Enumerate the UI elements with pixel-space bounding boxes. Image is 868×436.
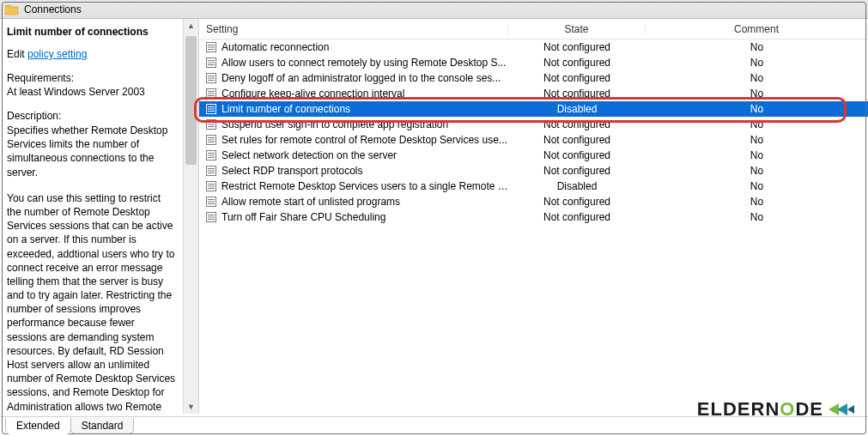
table-row[interactable]: Set rules for remote control of Remote D… — [199, 132, 868, 148]
watermark-logo: ELDERNODE — [697, 398, 856, 421]
setting-comment: No — [646, 180, 868, 192]
rows-container: Automatic reconnectionNot configuredNoAl… — [199, 39, 868, 225]
setting-name: Limit number of connections — [218, 103, 350, 115]
settings-list-pane: ▲ ▼ Setting State Comment Automatic reco… — [184, 19, 868, 414]
policy-icon — [204, 118, 218, 130]
policy-icon — [204, 134, 218, 146]
setting-state: Not configured — [508, 118, 646, 130]
edit-prefix: Edit — [7, 48, 27, 60]
setting-comment: No — [646, 211, 868, 223]
setting-comment: No — [646, 165, 868, 177]
setting-name: Allow users to connect remotely by using… — [218, 57, 506, 69]
requirements-label: Requirements: — [7, 72, 176, 84]
policy-icon — [204, 180, 218, 192]
setting-state: Not configured — [508, 149, 646, 161]
table-row[interactable]: Deny logoff of an administrator logged i… — [199, 70, 868, 86]
setting-state: Not configured — [508, 88, 646, 100]
folder-icon — [5, 3, 19, 15]
table-row[interactable]: Select RDP transport protocolsNot config… — [199, 163, 868, 179]
column-header-setting[interactable]: Setting — [199, 23, 508, 35]
table-row[interactable]: Automatic reconnectionNot configuredNo — [199, 39, 868, 55]
policy-icon — [204, 103, 218, 115]
policy-icon — [204, 165, 218, 177]
setting-comment: No — [646, 149, 868, 161]
policy-icon — [204, 196, 218, 208]
setting-comment: No — [646, 118, 868, 130]
column-header-state[interactable]: State — [508, 23, 646, 35]
window-title: Connections — [24, 3, 82, 15]
policy-icon — [204, 211, 218, 223]
tab-standard[interactable]: Standard — [70, 418, 135, 434]
table-row[interactable]: Limit number of connectionsDisabledNo — [199, 101, 868, 117]
setting-state: Not configured — [508, 134, 646, 146]
tab-extended[interactable]: Extended — [5, 418, 71, 434]
scrollbar[interactable]: ▲ ▼ — [184, 19, 199, 414]
description-para: Specifies whether Remote Desktop Service… — [7, 124, 176, 179]
setting-state: Not configured — [508, 211, 646, 223]
setting-comment: No — [646, 196, 868, 208]
setting-state: Not configured — [508, 165, 646, 177]
selected-policy-title: Limit number of connections — [7, 26, 176, 38]
policy-icon — [204, 41, 218, 53]
table-row[interactable]: Turn off Fair Share CPU SchedulingNot co… — [199, 209, 868, 225]
setting-state: Disabled — [508, 180, 646, 192]
details-pane: Limit number of connections Edit policy … — [0, 19, 184, 414]
setting-name: Deny logoff of an administrator logged i… — [218, 72, 501, 84]
column-header-comment[interactable]: Comment — [646, 23, 868, 35]
scroll-down-arrow[interactable]: ▼ — [184, 400, 198, 414]
edit-policy-link[interactable]: policy setting — [27, 48, 87, 60]
setting-name: Set rules for remote control of Remote D… — [218, 134, 507, 146]
table-row[interactable]: Allow users to connect remotely by using… — [199, 55, 868, 70]
column-header-row: Setting State Comment — [199, 19, 868, 39]
table-row[interactable]: Configure keep-alive connection interval… — [199, 86, 868, 101]
setting-comment: No — [646, 72, 868, 84]
table-row[interactable]: Restrict Remote Desktop Services users t… — [199, 179, 868, 194]
setting-state: Not configured — [508, 72, 646, 84]
setting-name: Restrict Remote Desktop Services users t… — [218, 180, 508, 192]
setting-name: Select network detection on the server — [218, 149, 397, 161]
table-row[interactable]: Allow remote start of unlisted programsN… — [199, 194, 868, 209]
setting-comment: No — [646, 103, 868, 115]
setting-name: Suspend user sign-in to complete app reg… — [218, 118, 448, 130]
setting-name: Select RDP transport protocols — [218, 165, 363, 177]
setting-comment: No — [646, 88, 868, 100]
policy-icon — [204, 88, 218, 100]
setting-state: Not configured — [508, 196, 646, 208]
setting-comment: No — [646, 57, 868, 69]
setting-name: Allow remote start of unlisted programs — [218, 196, 400, 208]
watermark-text: ELDERNODE — [697, 398, 823, 421]
policy-icon — [204, 149, 218, 161]
description-body: Specifies whether Remote Desktop Service… — [7, 124, 176, 414]
policy-icon — [204, 57, 218, 69]
scroll-thumb[interactable] — [185, 36, 197, 165]
setting-state: Not configured — [508, 57, 646, 69]
setting-comment: No — [646, 41, 868, 53]
description-label: Description: — [7, 110, 176, 122]
setting-state: Not configured — [508, 41, 646, 53]
setting-name: Automatic reconnection — [218, 41, 329, 53]
scroll-up-arrow[interactable]: ▲ — [184, 19, 198, 33]
setting-state: Disabled — [508, 103, 646, 115]
table-row[interactable]: Select network detection on the serverNo… — [199, 148, 868, 163]
setting-name: Turn off Fair Share CPU Scheduling — [218, 211, 385, 223]
requirements-value: At least Windows Server 2003 — [7, 86, 176, 98]
setting-name: Configure keep-alive connection interval — [218, 88, 404, 100]
table-row[interactable]: Suspend user sign-in to complete app reg… — [199, 117, 868, 132]
edit-policy-line: Edit policy setting — [7, 48, 176, 60]
setting-comment: No — [646, 134, 868, 146]
policy-icon — [204, 72, 218, 84]
description-para: You can use this setting to restrict the… — [7, 191, 176, 414]
window-titlebar: Connections — [0, 0, 868, 19]
watermark-arrows-icon — [827, 400, 856, 419]
